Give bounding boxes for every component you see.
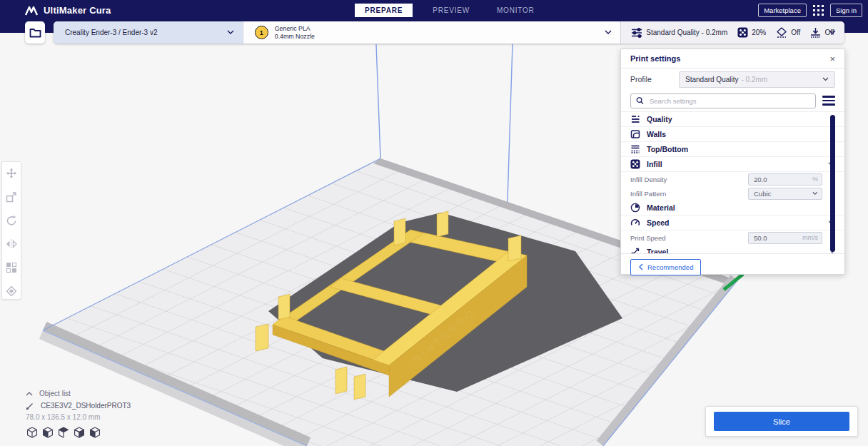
extruder-badge: 1 xyxy=(255,26,268,39)
chevron-down-icon xyxy=(822,77,829,81)
per-model-settings-button[interactable] xyxy=(6,262,17,273)
infill-pattern-dropdown[interactable] xyxy=(748,188,822,200)
nozzle-size: 0.4mm Nozzle xyxy=(275,33,315,41)
chevron-left-icon xyxy=(638,263,643,270)
scene-tools xyxy=(1,161,21,300)
printer-name: Creality Ender-3 / Ender-3 v2 xyxy=(65,29,158,36)
folder-icon xyxy=(29,27,41,38)
top-bottom-icon xyxy=(630,144,640,154)
stage-tabs: PREPARE PREVIEW MONITOR xyxy=(355,3,542,17)
speed-icon xyxy=(630,218,640,228)
tab-monitor[interactable]: MONITOR xyxy=(490,4,542,17)
material-name: Generic PLA xyxy=(275,25,315,33)
view-front-button[interactable] xyxy=(41,427,54,438)
support-blocker-icon xyxy=(6,285,17,297)
sign-in-button[interactable]: Sign in xyxy=(830,4,862,17)
view-left-button[interactable] xyxy=(73,427,86,438)
recommended-mode-button[interactable]: Recommended xyxy=(630,259,701,275)
view-3d-button[interactable] xyxy=(26,427,39,438)
unit-label: % xyxy=(812,176,818,183)
setting-label: Print Speed xyxy=(630,234,748,242)
infill-density-input[interactable] xyxy=(752,175,810,184)
search-settings-box[interactable] xyxy=(630,93,816,108)
chevron-down-icon xyxy=(605,30,612,35)
setting-infill-density: Infill Density % xyxy=(621,172,844,186)
chevron-down-icon xyxy=(812,191,818,196)
mirror-tool-button[interactable] xyxy=(6,238,17,250)
object-list-label: Object list xyxy=(39,390,71,397)
applications-grid-icon[interactable] xyxy=(813,5,824,16)
settings-category-walls[interactable]: Walls xyxy=(621,127,844,142)
walls-icon xyxy=(630,129,640,139)
view-top-button[interactable] xyxy=(57,427,70,438)
category-label: Travel xyxy=(647,248,824,253)
chevron-down-icon xyxy=(829,30,836,35)
material-icon xyxy=(630,203,640,213)
infill-pattern-value[interactable] xyxy=(752,189,810,198)
profile-label: Profile xyxy=(630,75,672,83)
scale-icon xyxy=(6,191,17,203)
chevron-up-icon xyxy=(26,392,33,396)
infill-density-field[interactable]: % xyxy=(748,173,822,186)
support-blocker-button[interactable] xyxy=(6,285,17,297)
category-label: Infill xyxy=(647,160,822,168)
mirror-icon xyxy=(6,238,17,250)
profile-dropdown[interactable]: Standard Quality - 0.2mm xyxy=(679,71,835,88)
print-speed-input[interactable] xyxy=(752,233,800,243)
per-model-settings-icon xyxy=(6,262,17,273)
search-input[interactable] xyxy=(648,96,810,106)
settings-scrollbar[interactable] xyxy=(830,115,835,252)
model-dimensions: 78.0 x 136.5 x 12.0 mm xyxy=(26,413,131,421)
close-icon[interactable]: × xyxy=(829,54,835,64)
settings-category-speed[interactable]: Speed xyxy=(621,216,844,230)
settings-list: Quality Walls T xyxy=(621,111,844,253)
pencil-icon xyxy=(26,402,34,410)
marketplace-button[interactable]: Marketplace xyxy=(758,4,807,17)
print-speed-field[interactable]: mm/s xyxy=(748,232,822,244)
object-list-item[interactable]: CE3E3V2_DSHolderPROT3 xyxy=(26,400,131,412)
model-name: CE3E3V2_DSHolderPROT3 xyxy=(41,402,131,410)
infill-icon xyxy=(630,159,640,169)
settings-category-material[interactable]: Material xyxy=(621,201,844,216)
printer-selector[interactable]: Creality Ender-3 / Ender-3 v2 xyxy=(54,21,243,44)
profile-suffix: - 0.2mm xyxy=(742,76,768,83)
scale-tool-button[interactable] xyxy=(6,191,17,203)
settings-category-quality[interactable]: Quality xyxy=(621,112,844,127)
action-panel: Slice xyxy=(705,406,858,437)
infill-summary: 20% xyxy=(752,29,766,36)
tune-sliders-icon xyxy=(631,28,642,38)
print-settings-selector[interactable]: Standard Quality - 0.2mm 20% Off xyxy=(620,21,844,44)
print-settings-panel: Print settings × Profile Standard Qualit… xyxy=(620,49,845,275)
settings-visibility-menu-icon[interactable] xyxy=(822,96,835,105)
category-label: Quality xyxy=(647,115,824,123)
infill-icon xyxy=(737,27,748,38)
tab-preview[interactable]: PREVIEW xyxy=(425,4,477,17)
profile-summary: Standard Quality - 0.2mm xyxy=(646,29,727,36)
panel-title: Print settings xyxy=(630,54,680,63)
move-tool-button[interactable] xyxy=(6,168,17,179)
settings-category-infill[interactable]: Infill xyxy=(621,157,844,172)
object-list-panel: Object list CE3E3V2_DSHolderPROT3 78.0 x… xyxy=(26,387,131,438)
app-logo: UltiMaker Cura xyxy=(24,5,111,16)
unit-label: mm/s xyxy=(802,234,818,241)
object-list-toggle[interactable]: Object list xyxy=(26,387,131,400)
recommended-label: Recommended xyxy=(647,263,693,271)
adhesion-icon xyxy=(810,27,821,38)
settings-category-travel[interactable]: Travel xyxy=(621,245,844,253)
profile-value: Standard Quality xyxy=(685,76,739,83)
settings-category-top-bottom[interactable]: Top/Bottom xyxy=(621,142,844,157)
tab-prepare[interactable]: PREPARE xyxy=(355,4,413,17)
quality-icon xyxy=(630,114,640,124)
slice-button[interactable]: Slice xyxy=(714,412,849,431)
category-label: Walls xyxy=(647,130,824,138)
move-icon xyxy=(6,168,17,179)
search-icon xyxy=(636,96,644,105)
rotate-icon xyxy=(6,215,17,226)
open-file-button[interactable] xyxy=(25,21,45,44)
view-right-button[interactable] xyxy=(89,427,101,438)
travel-icon xyxy=(630,247,640,253)
category-label: Speed xyxy=(647,218,822,227)
support-icon xyxy=(776,27,787,38)
rotate-tool-button[interactable] xyxy=(6,215,17,226)
material-selector[interactable]: 1 Generic PLA 0.4mm Nozzle xyxy=(243,21,621,44)
